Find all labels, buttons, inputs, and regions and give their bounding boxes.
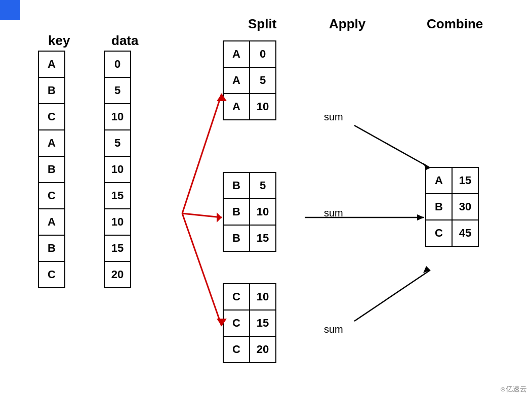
key-cell: B [38,156,65,183]
key-cell: B [38,235,65,261]
split-a-cell: A [223,67,250,94]
split-b-cell: 15 [250,225,276,251]
data-col-header: data [111,33,138,49]
svg-marker-11 [423,266,430,273]
split-c-cell: 10 [250,284,276,310]
split-b-cell: B [223,225,250,251]
svg-line-0 [182,94,222,213]
data-cell: 5 [104,77,131,104]
split-b-cell: 5 [250,172,276,199]
data-table: 051051015101520 [104,51,131,288]
result-cell: 15 [452,167,478,194]
svg-marker-4 [217,212,222,223]
split-a-cell: 5 [250,67,276,94]
split-c-cell: 15 [250,310,276,336]
result-cell: A [426,167,452,194]
split-a-cell: 0 [250,41,276,67]
sum-label-a: sum [324,111,343,123]
key-table: ABCABCABC [38,51,65,288]
split-a-cell: 10 [250,94,276,120]
result-cell: 30 [452,194,478,220]
watermark: ⊙亿速云 [500,385,527,394]
split-header: Split [248,16,276,32]
data-cell: 5 [104,130,131,156]
result-table: A15B30C45 [425,167,479,247]
apply-header: Apply [329,16,365,32]
data-cell: 15 [104,183,131,209]
split-a-cell: A [223,94,250,120]
split-c-cell: C [223,336,250,363]
data-cell: 10 [104,209,131,235]
split-a-cell: A [223,41,250,67]
split-c-cell: 20 [250,336,276,363]
data-cell: 15 [104,235,131,261]
key-cell: A [38,209,65,235]
key-cell: A [38,130,65,156]
split-b-cell: B [223,172,250,199]
key-cell: C [38,183,65,209]
blue-corner-decoration [0,0,20,20]
key-cell: B [38,77,65,104]
result-cell: C [426,220,452,246]
svg-line-8 [354,125,430,168]
key-cell: A [38,51,65,77]
split-c-cell: C [223,284,250,310]
result-cell: B [426,194,452,220]
split-table-c: C10C15C20 [223,283,276,363]
key-cell: C [38,261,65,288]
sum-label-b: sum [324,207,343,219]
svg-line-2 [182,213,222,326]
data-cell: 10 [104,104,131,130]
svg-line-10 [354,270,430,321]
svg-marker-7 [417,214,424,220]
key-col-header: key [48,33,70,49]
key-cell: C [38,104,65,130]
svg-line-1 [182,213,222,217]
split-b-cell: B [223,199,250,225]
main-container: Split Apply Combine key data ABCABCABC 0… [0,0,532,399]
combine-header: Combine [427,16,483,32]
result-cell: 45 [452,220,478,246]
data-cell: 20 [104,261,131,288]
split-c-cell: C [223,310,250,336]
data-cell: 0 [104,51,131,77]
sum-label-c: sum [324,324,343,335]
split-table-b: B5B10B15 [223,172,276,252]
split-b-cell: 10 [250,199,276,225]
data-cell: 10 [104,156,131,183]
split-table-a: A0A5A10 [223,40,276,120]
